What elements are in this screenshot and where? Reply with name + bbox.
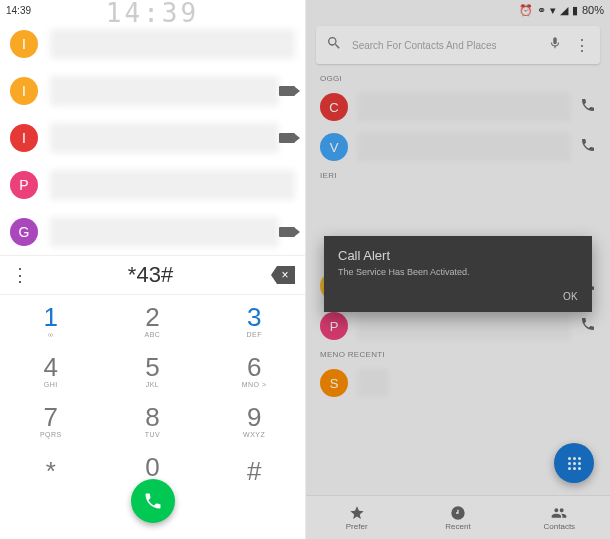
contact-row[interactable]: S [306,363,610,403]
battery-icon: ▮ [572,4,578,17]
backspace-button[interactable] [271,266,295,284]
dialog-ok-button[interactable]: OK [338,291,578,302]
avatar: V [320,133,348,161]
battery-pct: 80% [582,4,604,16]
call-row[interactable]: P [0,161,305,208]
more-icon[interactable]: ⋮ [10,264,30,286]
dial-input-row: ⋮ *43# [0,255,305,295]
key-star[interactable]: * [0,445,102,495]
contact-info-blur [358,133,570,161]
key-5[interactable]: 5JKL [102,345,204,395]
dial-pad: 1∞ 2ABC 3DEF 4GHI 5JKL 6MNO > 7PQRS 8TUV… [0,295,305,495]
video-icon[interactable] [279,133,295,143]
call-icon[interactable] [580,137,596,157]
nav-recent[interactable]: Recent [407,496,508,539]
avatar: I [10,124,38,152]
clock-icon [450,505,466,521]
key-2[interactable]: 2ABC [102,295,204,345]
avatar: S [320,369,348,397]
call-icon[interactable] [580,316,596,336]
call-row[interactable]: G [0,208,305,255]
key-1[interactable]: 1∞ [0,295,102,345]
avatar: G [10,218,38,246]
bottom-nav: Prefer Recent Contacts [306,495,610,539]
search-icon [326,35,342,55]
nav-prefer[interactable]: Prefer [306,496,407,539]
call-info-blur [50,170,295,200]
contact-info-blur [358,93,570,121]
search-placeholder: Search For Contacts And Places [352,40,548,51]
alarm-icon: ⏰ [519,4,533,17]
search-bar[interactable]: Search For Contacts And Places ⋮ [316,26,600,64]
dial-input-value: *43# [30,262,271,288]
key-hash[interactable]: # [203,445,305,495]
contact-row[interactable]: C [306,87,610,127]
key-6[interactable]: 6MNO > [203,345,305,395]
key-8[interactable]: 8TUV [102,395,204,445]
contact-row[interactable]: P [306,306,610,346]
contact-row[interactable]: V [306,127,610,167]
call-row[interactable]: I [0,114,305,161]
call-icon[interactable] [580,97,596,117]
key-3[interactable]: 3DEF [203,295,305,345]
call-button[interactable] [131,479,175,523]
key-4[interactable]: 4GHI [0,345,102,395]
call-info-blur [50,29,295,59]
dialog-title: Call Alert [338,248,578,263]
call-log-list: I I I P G [0,20,305,255]
signal-icon: ◢ [560,4,568,17]
dialpad-fab[interactable] [554,443,594,483]
call-info-blur [50,76,279,106]
contact-info-blur [358,312,570,340]
clock-big: 14:39 [106,0,199,28]
video-icon[interactable] [279,86,295,96]
call-info-blur [50,123,279,153]
avatar: I [10,30,38,58]
call-row[interactable]: I [0,67,305,114]
people-icon [551,505,567,521]
call-info-blur [50,217,279,247]
video-icon[interactable] [279,227,295,237]
avatar: P [320,312,348,340]
section-less-recent: MENO RECENTI [306,346,610,363]
status-icons: ⏰ ⚭ ▾ ◢ ▮ 80% [519,4,604,17]
dialog-message: The Service Has Been Activated. [338,267,578,277]
phone-icon [143,491,163,511]
star-icon [349,505,365,521]
avatar: P [10,171,38,199]
avatar: I [10,77,38,105]
key-7[interactable]: 7PQRS [0,395,102,445]
mic-icon[interactable] [548,36,562,54]
section-today: OGGI [306,70,610,87]
link-icon: ⚭ [537,4,546,17]
dialpad-icon [568,457,581,470]
contact-info-blur [358,369,388,397]
key-9[interactable]: 9WXYZ [203,395,305,445]
section-yesterday: IERI [306,167,610,184]
avatar: C [320,93,348,121]
wifi-icon: ▾ [550,4,556,17]
more-icon[interactable]: ⋮ [574,36,590,55]
call-alert-dialog: Call Alert The Service Has Been Activate… [324,236,592,312]
nav-contacts[interactable]: Contacts [509,496,610,539]
